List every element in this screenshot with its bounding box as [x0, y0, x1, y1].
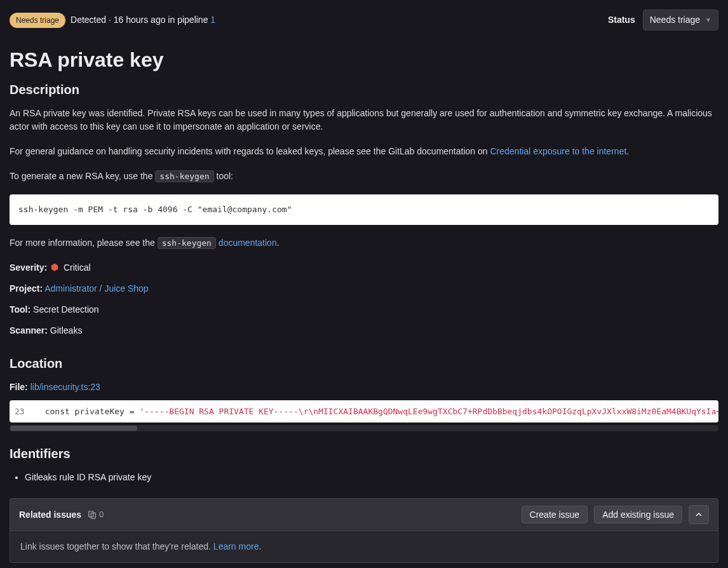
file-row: File: lib/insecurity.ts:23	[10, 381, 718, 394]
chevron-up-icon	[695, 511, 703, 518]
description-paragraph-2: For general guidance on handling securit…	[10, 145, 718, 158]
section-location-heading: Location	[10, 354, 718, 373]
severity-critical-icon	[51, 264, 58, 271]
code-location-panel: 23 const privateKey = '-----BEGIN RSA PR…	[10, 400, 718, 423]
project-row: Project: Administrator / Juice Shop	[10, 282, 718, 295]
detected-text: Detected · 16 hours ago in pipeline 1	[71, 13, 215, 27]
severity-value: Critical	[64, 262, 91, 273]
issue-icon	[88, 510, 97, 519]
section-description-heading: Description	[10, 80, 718, 99]
ssh-keygen-doc-link[interactable]: documentation	[216, 238, 277, 248]
status-dropdown-value: Needs triage	[650, 13, 700, 27]
description-paragraph-4: For more information, please see the ssh…	[10, 236, 718, 250]
scrollbar-thumb[interactable]	[10, 426, 137, 431]
page-title: RSA private key	[10, 44, 718, 75]
line-number: 23	[10, 400, 32, 423]
related-issues-panel: Related issues 0 Create issue Add existi…	[10, 498, 718, 563]
credential-exposure-link[interactable]: Credential exposure to the internet	[490, 146, 626, 156]
identifiers-list: Gitleaks rule ID RSA private key	[10, 471, 718, 484]
pipeline-link[interactable]: 1	[210, 15, 215, 25]
ssh-keygen-command-block: ssh-keygen -m PEM -t rsa -b 4096 -C "ema…	[10, 194, 718, 225]
related-issues-count: 0	[88, 508, 104, 521]
horizontal-scrollbar[interactable]	[10, 425, 718, 431]
status-label: Status	[608, 13, 635, 27]
add-existing-issue-button[interactable]: Add existing issue	[594, 506, 682, 524]
tool-row: Tool: Secret Detection	[10, 303, 718, 316]
ssh-keygen-code: ssh-keygen	[155, 170, 213, 182]
project-link[interactable]: Administrator / Juice Shop	[44, 283, 148, 294]
collapse-button[interactable]	[689, 505, 709, 524]
related-issues-title: Related issues	[19, 508, 81, 522]
chevron-down-icon: ▼	[705, 15, 711, 25]
description-paragraph-3: To generate a new RSA key, use the ssh-k…	[10, 170, 718, 183]
description-paragraph-1: An RSA private key was identified. Priva…	[10, 107, 718, 133]
learn-more-link[interactable]: Learn more	[213, 541, 259, 551]
severity-row: Severity: Critical	[10, 261, 718, 274]
code-content: const privateKey = '-----BEGIN RSA PRIVA…	[32, 400, 718, 423]
identifier-item: Gitleaks rule ID RSA private key	[25, 471, 718, 484]
scanner-row: Scanner: Gitleaks	[10, 324, 718, 337]
create-issue-button[interactable]: Create issue	[522, 506, 588, 524]
status-badge: Needs triage	[10, 13, 65, 28]
section-identifiers-heading: Identifiers	[10, 444, 718, 463]
detection-meta: Needs triage Detected · 16 hours ago in …	[10, 13, 215, 28]
file-link[interactable]: lib/insecurity.ts:23	[30, 382, 100, 392]
status-dropdown[interactable]: Needs triage ▼	[643, 10, 718, 30]
related-issues-body: Link issues together to show that they'r…	[10, 531, 718, 562]
ssh-keygen-code-2: ssh-keygen	[158, 237, 216, 249]
